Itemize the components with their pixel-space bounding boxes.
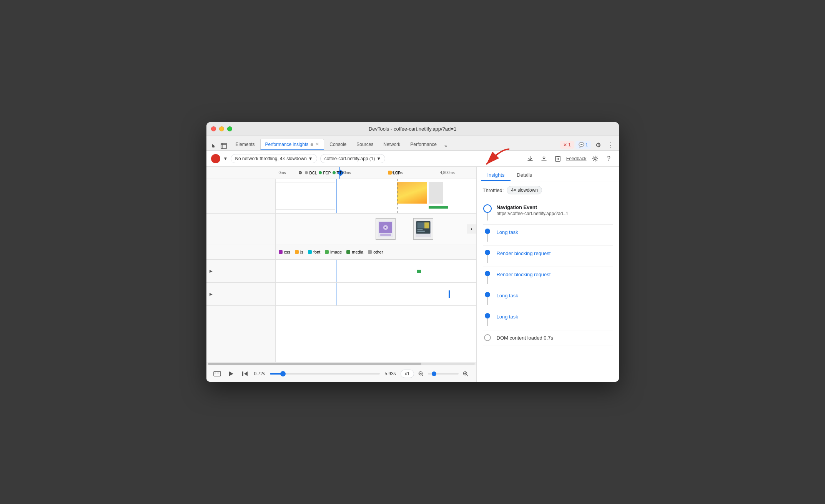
filmstrip-track: › — [276, 214, 476, 244]
long-task-2-dot-icon — [485, 292, 490, 297]
long-task-2-line — [487, 297, 488, 305]
timeline-header: 0ms 1,600ms 3,200ms 4,800ms DCL — [206, 167, 476, 179]
screenshot-toggle-icon[interactable] — [213, 369, 222, 378]
insight-long-task-1: Long task — [483, 225, 613, 246]
zoom-slider[interactable] — [428, 373, 459, 375]
tab-performance[interactable]: Performance — [406, 139, 441, 150]
tab-close-icon[interactable]: ✕ — [316, 142, 319, 147]
render-block-2-dot-icon — [485, 271, 490, 276]
message-icon: 💬 — [579, 142, 584, 148]
delete-icon[interactable] — [552, 153, 563, 164]
feedback-link[interactable]: Feedback — [566, 156, 587, 161]
help-icon[interactable]: ? — [604, 153, 614, 164]
tab-performance-insights[interactable]: Performance insights ⏺ ✕ — [260, 139, 324, 150]
timeline-panel: 0ms 1,600ms 3,200ms 4,800ms DCL — [206, 167, 477, 382]
timeline-body: ▶ ▶ — [206, 179, 476, 362]
zoom-out-icon[interactable] — [416, 369, 426, 378]
ruler-mark-0: 0ms — [279, 171, 286, 175]
svg-line-23 — [466, 375, 468, 376]
css-color-dot — [279, 250, 283, 254]
image-color-dot — [325, 250, 329, 254]
svg-marker-17 — [244, 371, 248, 376]
long-task-1-link[interactable]: Long task — [497, 229, 518, 235]
timeline-labels: ▶ ▶ — [206, 179, 276, 362]
green-bar — [429, 206, 448, 209]
filmstrip-expand-icon[interactable]: › — [467, 224, 476, 234]
devtools-window: DevTools - coffee-cart.netlify.app/?ad=1… — [206, 122, 619, 382]
url-dropdown[interactable]: coffee-cart.netlify.app (1) ▼ — [320, 154, 386, 163]
bottom-bar: 0.72s 5.93s x1 — [206, 365, 476, 382]
insight-text-lt2: Long task — [497, 292, 613, 299]
fcp-label: FCP — [323, 171, 331, 175]
gray-block — [429, 182, 443, 204]
nav-event-line — [487, 213, 488, 220]
record-button[interactable] — [211, 154, 220, 163]
settings-icon[interactable]: ⚙ — [593, 139, 604, 150]
long-task-3-line — [487, 318, 488, 326]
more-tabs-button[interactable]: » — [442, 142, 449, 150]
tab-details[interactable]: Details — [511, 170, 538, 181]
lcp-visual-block — [397, 182, 427, 204]
ruler-mark-4800: 4,800ms — [440, 171, 455, 175]
long-task-1-dot-icon — [485, 229, 490, 234]
dcl-label: DCL — [309, 171, 317, 175]
milestone-badges: DCL FCP TTI — [299, 171, 343, 175]
render-block-2-link[interactable]: Render blocking request — [497, 272, 551, 277]
long-task-2-link[interactable]: Long task — [497, 293, 518, 298]
record-dropdown-chevron-icon[interactable]: ▼ — [223, 156, 228, 161]
settings2-icon[interactable] — [590, 153, 600, 164]
zoom-in-icon[interactable] — [461, 369, 470, 378]
play-button[interactable] — [226, 369, 236, 378]
insights-list: Navigation Event https://coffee-cart.net… — [483, 201, 613, 345]
svg-rect-11 — [417, 229, 422, 230]
throttling-dropdown[interactable]: No network throttling, 4× slowdown ▼ — [231, 154, 317, 163]
time-start: 0.72s — [254, 371, 265, 376]
legend-image: image — [325, 250, 342, 254]
more-options-icon[interactable]: ⋮ — [605, 139, 616, 150]
timeline-scrollbar[interactable] — [206, 362, 476, 365]
legend-css: css — [279, 250, 291, 254]
svg-point-2 — [594, 158, 596, 159]
tab-elements[interactable]: Elements — [231, 139, 259, 150]
time-scrubber[interactable] — [270, 373, 380, 375]
network-row-1 — [276, 260, 476, 283]
long-task-3-link[interactable]: Long task — [497, 314, 518, 320]
long-task-1-line — [487, 234, 488, 242]
expand-arrow-icon[interactable]: ▶ — [210, 269, 213, 273]
tab-insights[interactable]: Insights — [481, 170, 511, 181]
svg-line-20 — [422, 375, 423, 376]
expand-arrow2-icon[interactable]: ▶ — [210, 292, 213, 296]
maximize-button[interactable] — [227, 126, 232, 131]
cursor-icon[interactable] — [210, 142, 218, 150]
tab-sources[interactable]: Sources — [352, 139, 378, 150]
svg-rect-14 — [214, 371, 221, 376]
render-block-1-link[interactable]: Render blocking request — [497, 250, 551, 256]
tab-network[interactable]: Network — [379, 139, 405, 150]
message-badge-button[interactable]: 💬 1 — [576, 141, 591, 149]
insight-timeline-rb2 — [483, 271, 492, 284]
right-panel-tabs: Insights Details — [477, 167, 619, 181]
insight-dom-loaded: DOM content loaded 0.7s — [483, 330, 613, 345]
insight-long-task-3: Long task — [483, 309, 613, 330]
close-button[interactable] — [211, 126, 216, 131]
export-icon[interactable] — [525, 153, 536, 164]
label-row-main — [206, 179, 275, 214]
toolbar: ▼ No network throttling, 4× slowdown ▼ c… — [206, 151, 619, 167]
rewind-button[interactable] — [240, 369, 249, 378]
inspect-icon[interactable] — [220, 142, 228, 150]
title-bar: DevTools - coffee-cart.netlify.app/?ad=1 — [206, 122, 619, 136]
tab-console[interactable]: Console — [325, 139, 351, 150]
minimize-button[interactable] — [219, 126, 224, 131]
svg-marker-16 — [229, 371, 233, 376]
insight-nav-event: Navigation Event https://coffee-cart.net… — [483, 201, 613, 225]
svg-rect-0 — [221, 143, 226, 149]
right-panel: Insights Details Throttled: 4× slowdown — [477, 167, 619, 382]
timeline-tracks[interactable]: › css js font — [276, 179, 476, 362]
cursor-line-net2 — [336, 283, 337, 305]
legend-font: font — [308, 250, 320, 254]
zoom-slider-thumb[interactable] — [432, 371, 436, 376]
download-icon[interactable] — [539, 153, 549, 164]
js-color-dot — [295, 250, 299, 254]
error-badge-button[interactable]: ✕ 1 — [560, 141, 574, 149]
insight-timeline-rb1 — [483, 250, 492, 263]
